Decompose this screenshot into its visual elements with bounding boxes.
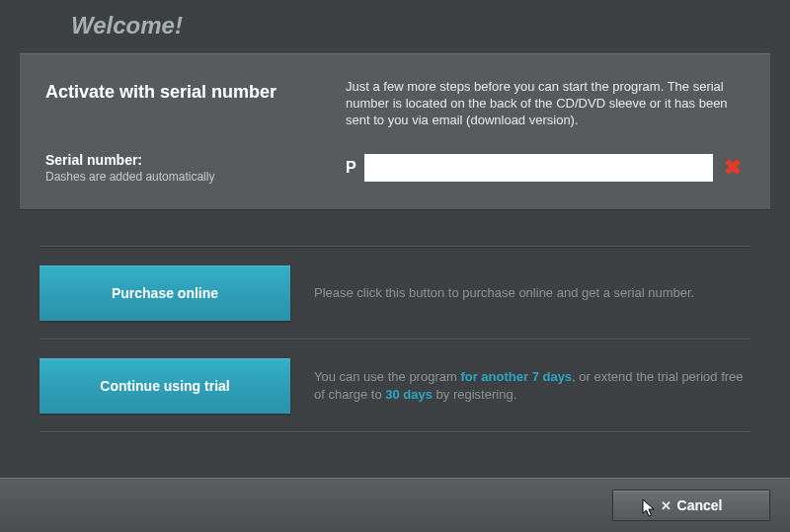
serial-sublabel: Dashes are added automatically (45, 170, 322, 184)
footer-bar: ✕ Cancel (0, 478, 790, 532)
purchase-online-text: Please click this button to purchase onl… (290, 266, 750, 321)
separator (40, 431, 750, 433)
options-section: Purchase online Please click this button… (40, 246, 750, 433)
trial-text-a: You can use the program (314, 369, 460, 384)
continue-trial-text: You can use the program for another 7 da… (290, 358, 750, 414)
trial-text-c: by registering. (433, 387, 516, 402)
invalid-icon: ✖ (721, 155, 745, 181)
activate-instructions: Just a few more steps before you can sta… (346, 78, 745, 128)
cancel-label: Cancel (677, 497, 723, 513)
purchase-online-button[interactable]: Purchase online (40, 266, 290, 321)
serial-label: Serial number: (45, 152, 322, 168)
serial-input[interactable] (364, 154, 713, 182)
cancel-button[interactable]: ✕ Cancel (612, 490, 770, 521)
page-title: Welcome! (0, 0, 790, 53)
activation-window: Welcome! Activate with serial number Jus… (0, 0, 790, 532)
trial-days-left: for another 7 days (460, 369, 572, 384)
serial-prefix: P (346, 159, 356, 177)
trial-extend-days: 30 days (385, 387, 433, 402)
continue-trial-button[interactable]: Continue using trial (40, 358, 290, 414)
activate-panel: Activate with serial number Just a few m… (20, 53, 770, 210)
activate-heading: Activate with serial number (45, 82, 322, 128)
close-icon: ✕ (661, 498, 672, 513)
